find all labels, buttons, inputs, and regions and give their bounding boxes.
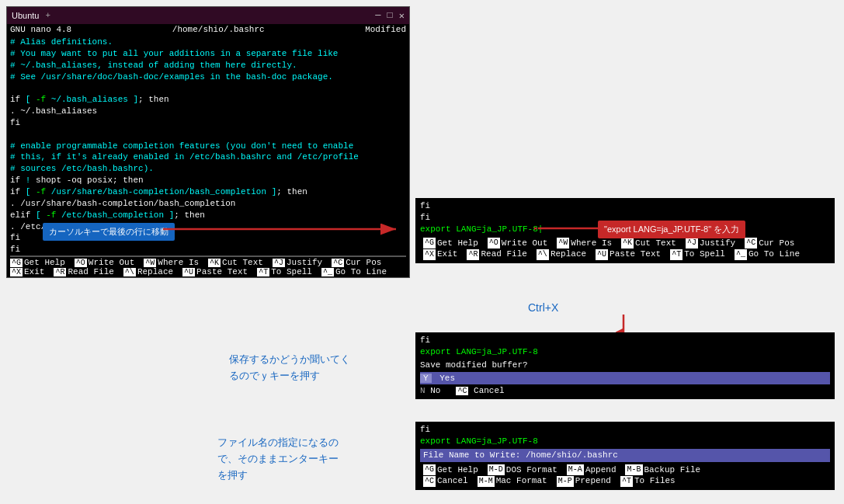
nano-footer: ^G Get Help ^O Write Out ^W Where Is ^K … <box>7 257 409 277</box>
code-line: # this, if it's already enabled in /etc/… <box>10 151 406 163</box>
footer-write-out: ^O Write Out <box>75 258 134 267</box>
window-controls: ─ □ ✕ <box>375 10 405 22</box>
window-tab: Ubuntu <box>12 11 39 20</box>
footer-replace: ^\ Replace <box>123 267 173 276</box>
save-dialog-panel: fi export LANG=ja_JP.UTF-8 Save modified… <box>415 332 835 399</box>
tab-plus[interactable]: + <box>45 11 50 20</box>
nano-version: GNU nano 4.8 <box>10 25 71 34</box>
code-line: if [ -f ~/.bash_aliases ]; then <box>10 94 406 106</box>
code-line: if ! shopt -oq posix; then <box>10 175 406 186</box>
footer-paste-text: ^U Paste Text <box>182 267 248 276</box>
window-titlebar: Ubuntu + ─ □ ✕ <box>7 7 409 24</box>
code-line <box>10 82 406 94</box>
no-cancel-row: N No ^C Cancel <box>420 385 830 397</box>
footer-where-is: ^W Where Is <box>144 258 199 267</box>
footer-row-2: ^X Exit ^R Read File ^\ Replace ^U Paste… <box>10 267 406 276</box>
code-line: . /usr/share/bash-completion/bash_comple… <box>10 198 406 210</box>
footer-cur-pos: ^C Cur Pos <box>332 258 381 267</box>
footer-row-1: ^G Get Help ^O Write Out ^W Where Is ^K … <box>10 258 406 267</box>
footer-cut-text: ^K Cut Text <box>208 258 263 267</box>
footer-read-file: ^R Read File <box>54 267 113 276</box>
code-line: # See /usr/share/doc/bash-doc/examples i… <box>10 71 406 83</box>
code-line-export: export LANG=ja_JP.UTF-8 <box>420 346 830 358</box>
code-line-export: export LANG=ja_JP.UTF-8 <box>420 436 830 447</box>
jp-annotation-filename: ファイル名の指定になるの で、そのままエンターキー を押す <box>217 435 412 483</box>
arrow-right-cursor <box>163 217 412 241</box>
code-line: # ~/.bash_aliases, instead of adding the… <box>10 60 406 71</box>
save-prompt-label: Save modified buffer? <box>420 360 830 371</box>
arrow-left-export <box>534 219 604 238</box>
code-line: . ~/.bash_aliases <box>10 106 406 117</box>
filename-footer-row-1: ^G Get Help M-D DOS Format M-A Append M-… <box>423 464 827 476</box>
code-line: # sources /etc/bash.bashrc). <box>10 163 406 175</box>
nano-filename: /home/shio/.bashrc <box>172 25 265 34</box>
code-line <box>10 129 406 141</box>
maximize-button[interactable]: □ <box>387 10 393 21</box>
nano-modified: Modified <box>365 25 406 34</box>
yes-option[interactable]: Y <box>420 374 432 383</box>
minimize-button[interactable]: ─ <box>375 10 380 21</box>
ctrl-x-label: Ctrl+X <box>528 301 558 314</box>
code-line: if [ -f /usr/share/bash-completion/bash_… <box>10 186 406 198</box>
no-key: N No <box>420 385 440 397</box>
code-line: fi <box>10 117 406 129</box>
right-footer-row-2: ^X Exit ^R Read File ^\ Replace ^U Paste… <box>423 249 827 260</box>
close-button[interactable]: ✕ <box>399 10 405 22</box>
filename-footer: ^G Get Help M-D DOS Format M-A Append M-… <box>420 464 830 488</box>
right-footer-row-1: ^G Get Help ^O Write Out ^W Where Is ^K … <box>423 238 827 249</box>
right-footer: ^G Get Help ^O Write Out ^W Where Is ^K … <box>420 237 830 262</box>
export-annotation: "export LANG=ja_JP.UTF-8" を入力 <box>598 221 745 238</box>
code-line: fi <box>420 335 830 346</box>
cancel-option: ^C Cancel <box>456 385 504 397</box>
footer-to-spell: ^T To Spell <box>257 267 312 276</box>
footer-justify: ^J Justify <box>273 258 322 267</box>
cursor-annotation: カーソルキーで最後の行に移動 <box>43 223 175 241</box>
code-line: # enable programmable completion feature… <box>10 141 406 152</box>
nano-header: GNU nano 4.8 /home/shio/.bashrc Modified <box>7 24 409 35</box>
yes-label: Yes <box>436 374 458 383</box>
filename-prompt[interactable]: File Name to Write: /home/shio/.bashrc <box>420 449 830 462</box>
code-line: # You may want to put all your additions… <box>10 48 406 60</box>
save-prompt-bar: Y Yes <box>420 372 830 385</box>
footer-get-help: ^G Get Help <box>10 258 65 267</box>
code-line: fi <box>10 244 406 255</box>
code-line: fi <box>420 200 830 212</box>
jp-annotation-save: 保存するかどうか聞いてく るのでｙキーを押す <box>229 352 408 384</box>
code-line: fi <box>420 424 830 436</box>
footer-exit: ^X Exit <box>10 267 44 276</box>
filename-footer-row-2: ^C Cancel M-M Mac Format M-P Prepend ^T … <box>423 475 827 487</box>
filename-panel: fi export LANG=ja_JP.UTF-8 File Name to … <box>415 422 835 490</box>
code-line: # Alias definitions. <box>10 36 406 48</box>
footer-go-to-line: ^_ Go To Line <box>321 267 387 276</box>
